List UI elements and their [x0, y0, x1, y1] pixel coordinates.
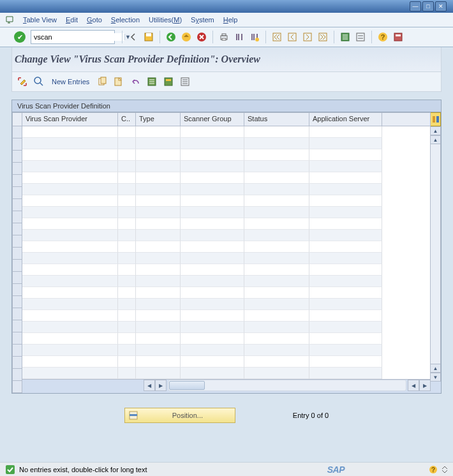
table-cell[interactable] — [136, 161, 181, 172]
table-cell[interactable] — [181, 276, 244, 287]
scroll-thumb[interactable] — [169, 381, 205, 390]
table-cell[interactable] — [22, 195, 118, 207]
status-expand-icon[interactable] — [442, 465, 448, 474]
table-cell[interactable] — [22, 138, 118, 149]
menu-table-view[interactable]: Table View — [23, 16, 57, 24]
row-selector[interactable] — [12, 308, 22, 320]
vscroll-track[interactable] — [431, 144, 441, 364]
cancel-icon[interactable] — [195, 31, 208, 43]
row-selector[interactable] — [12, 175, 22, 187]
table-cell[interactable] — [309, 172, 382, 184]
table-cell[interactable] — [22, 149, 118, 161]
column-provider[interactable]: Virus Scan Provider — [22, 113, 118, 126]
row-selector[interactable] — [12, 260, 22, 272]
table-cell[interactable] — [244, 230, 309, 241]
menu-system-icon[interactable] — [5, 15, 14, 24]
table-cell[interactable] — [136, 230, 181, 241]
table-cell[interactable] — [181, 149, 244, 161]
table-cell[interactable] — [22, 368, 118, 379]
table-cell[interactable] — [181, 138, 244, 149]
table-cell[interactable] — [136, 356, 181, 368]
table-cell[interactable] — [136, 126, 181, 138]
print-icon[interactable] — [218, 31, 230, 43]
table-row[interactable] — [22, 195, 430, 207]
table-cell[interactable] — [22, 333, 118, 345]
table-row[interactable] — [22, 264, 430, 276]
table-cell[interactable] — [22, 287, 118, 299]
table-cell[interactable] — [181, 356, 244, 368]
table-cell[interactable] — [244, 287, 309, 299]
table-cell[interactable] — [309, 310, 382, 322]
table-row[interactable] — [22, 299, 430, 310]
table-cell[interactable] — [22, 299, 118, 310]
table-cell[interactable] — [309, 218, 382, 230]
table-row[interactable] — [22, 241, 430, 253]
save-icon[interactable] — [142, 31, 155, 43]
table-cell[interactable] — [118, 207, 136, 218]
table-cell[interactable] — [244, 356, 309, 368]
table-row[interactable] — [22, 172, 430, 184]
row-selector[interactable] — [12, 151, 22, 163]
table-row[interactable] — [22, 356, 430, 368]
table-cell[interactable] — [244, 172, 309, 184]
column-status[interactable]: Status — [244, 113, 309, 126]
menu-edit[interactable]: Edit — [66, 16, 78, 24]
help-icon[interactable]: ? — [376, 31, 389, 43]
table-row[interactable] — [22, 149, 430, 161]
column-c[interactable]: C.. — [118, 113, 136, 126]
table-cell[interactable] — [181, 218, 244, 230]
table-cell[interactable] — [309, 368, 382, 379]
table-row[interactable] — [22, 368, 430, 379]
table-cell[interactable] — [136, 241, 181, 253]
row-selector[interactable] — [12, 211, 22, 223]
table-cell[interactable] — [244, 126, 309, 138]
table-cell[interactable] — [136, 253, 181, 264]
layout-icon[interactable] — [392, 31, 405, 43]
table-row[interactable] — [22, 310, 430, 322]
menu-utilities[interactable]: Utilities(M) — [149, 16, 182, 24]
table-row[interactable] — [22, 126, 430, 138]
table-cell[interactable] — [22, 184, 118, 195]
copy-icon[interactable] — [96, 75, 108, 88]
table-cell[interactable] — [22, 345, 118, 356]
table-cell[interactable] — [118, 356, 136, 368]
row-selector[interactable] — [12, 187, 22, 199]
table-cell[interactable] — [309, 241, 382, 253]
table-cell[interactable] — [309, 264, 382, 276]
command-field[interactable]: ▼ — [31, 30, 115, 44]
menu-help[interactable]: Help — [223, 16, 238, 24]
table-row[interactable] — [22, 253, 430, 264]
row-selector[interactable] — [12, 381, 22, 393]
table-cell[interactable] — [181, 368, 244, 379]
table-cell[interactable] — [118, 184, 136, 195]
table-cell[interactable] — [181, 310, 244, 322]
table-cell[interactable] — [22, 264, 118, 276]
table-cell[interactable] — [244, 218, 309, 230]
table-cell[interactable] — [181, 207, 244, 218]
table-cell[interactable] — [118, 299, 136, 310]
minimize-button[interactable]: — — [410, 1, 421, 11]
column-app-server[interactable]: Application Server — [309, 113, 382, 126]
row-selector[interactable] — [12, 369, 22, 381]
table-cell[interactable] — [118, 241, 136, 253]
table-row[interactable] — [22, 276, 430, 287]
table-cell[interactable] — [309, 276, 382, 287]
table-cell[interactable] — [309, 345, 382, 356]
table-cell[interactable] — [136, 310, 181, 322]
configure-columns-icon[interactable] — [431, 112, 441, 126]
row-selector[interactable] — [12, 357, 22, 369]
table-cell[interactable] — [309, 322, 382, 333]
row-selector[interactable] — [12, 138, 22, 151]
table-cell[interactable] — [118, 345, 136, 356]
row-selector[interactable] — [12, 284, 22, 296]
table-cell[interactable] — [22, 253, 118, 264]
select-all-icon[interactable] — [145, 75, 158, 88]
menu-goto[interactable]: Goto — [87, 16, 102, 24]
table-cell[interactable] — [244, 207, 309, 218]
table-row[interactable] — [22, 287, 430, 299]
table-cell[interactable] — [309, 253, 382, 264]
table-cell[interactable] — [22, 126, 118, 138]
table-cell[interactable] — [22, 161, 118, 172]
table-cell[interactable] — [309, 184, 382, 195]
table-cell[interactable] — [136, 184, 181, 195]
